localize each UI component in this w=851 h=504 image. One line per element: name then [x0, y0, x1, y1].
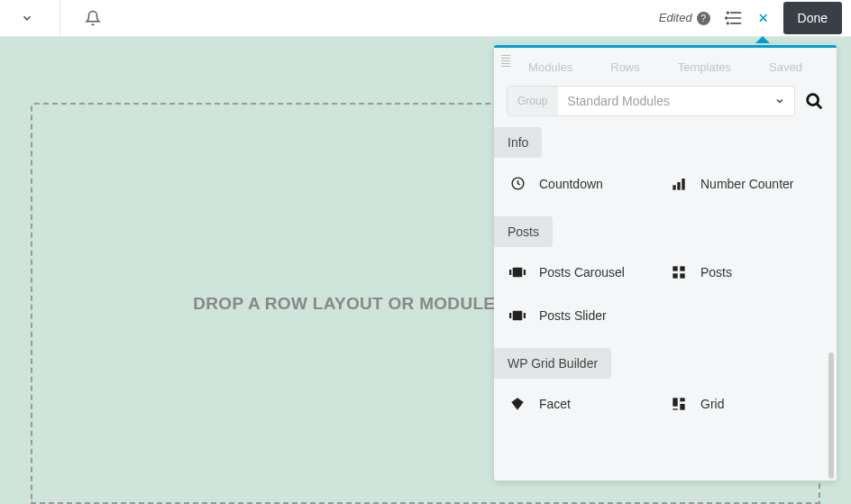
- clock-icon: [508, 176, 526, 191]
- svg-point-4: [726, 17, 727, 19]
- svg-rect-24: [680, 398, 684, 401]
- svg-rect-17: [673, 273, 677, 278]
- tab-rows[interactable]: Rows: [610, 60, 640, 74]
- module-grid[interactable]: Grid: [670, 397, 822, 411]
- group-toggle[interactable]: Group: [508, 87, 558, 115]
- svg-rect-13: [513, 268, 523, 278]
- slider-icon: [508, 309, 526, 322]
- svg-rect-16: [680, 266, 684, 270]
- add-toggle[interactable]: +: [757, 6, 769, 30]
- svg-rect-21: [524, 313, 526, 318]
- diamond-icon: [508, 397, 526, 411]
- module-posts-carousel[interactable]: Posts Carousel: [508, 265, 661, 279]
- outline-icon[interactable]: [725, 9, 743, 27]
- module-number-counter[interactable]: Number Counter: [670, 176, 822, 191]
- svg-marker-22: [511, 398, 523, 409]
- svg-point-6: [808, 95, 819, 105]
- chevron-down-icon: [774, 96, 785, 106]
- close-panel-icon[interactable]: +: [750, 5, 774, 30]
- svg-rect-15: [673, 266, 677, 270]
- tab-templates[interactable]: Templates: [678, 60, 731, 74]
- tab-saved[interactable]: Saved: [769, 60, 802, 74]
- content-panel: Modules Rows Templates Saved Group Stand…: [494, 45, 837, 481]
- grid3-icon: [670, 397, 688, 411]
- grid-icon: [670, 265, 688, 279]
- section-wp-grid-builder: WP Grid Builder: [494, 348, 611, 379]
- svg-rect-11: [682, 179, 684, 190]
- svg-point-3: [727, 12, 728, 14]
- module-countdown[interactable]: Countdown: [508, 176, 661, 191]
- module-posts[interactable]: Posts: [670, 265, 822, 279]
- section-posts: Posts: [494, 216, 553, 247]
- scrollbar[interactable]: [828, 353, 834, 479]
- section-info: Info: [494, 127, 542, 158]
- module-posts-slider[interactable]: Posts Slider: [508, 308, 661, 323]
- svg-rect-25: [680, 404, 684, 410]
- edited-status: Edited?: [659, 11, 710, 25]
- title-dropdown-icon[interactable]: [21, 12, 33, 24]
- drag-handle-icon[interactable]: [501, 55, 510, 67]
- svg-point-5: [727, 23, 728, 24]
- svg-rect-14: [524, 270, 526, 275]
- module-filter-select[interactable]: Standard Modules: [558, 94, 794, 108]
- help-icon[interactable]: ?: [697, 12, 710, 25]
- search-icon[interactable]: [804, 91, 824, 111]
- svg-rect-18: [680, 273, 684, 278]
- svg-rect-23: [673, 398, 677, 406]
- module-facet[interactable]: Facet: [508, 397, 661, 411]
- tab-modules[interactable]: Modules: [528, 60, 572, 74]
- svg-rect-26: [673, 408, 677, 409]
- svg-rect-20: [513, 311, 523, 321]
- svg-rect-19: [509, 313, 511, 318]
- bars-icon: [670, 177, 688, 191]
- svg-rect-9: [673, 185, 675, 189]
- svg-line-7: [817, 104, 821, 108]
- carousel-icon: [508, 266, 526, 279]
- svg-rect-10: [677, 182, 680, 190]
- done-button[interactable]: Done: [783, 2, 842, 34]
- svg-rect-12: [509, 270, 511, 275]
- bell-icon[interactable]: [85, 10, 101, 26]
